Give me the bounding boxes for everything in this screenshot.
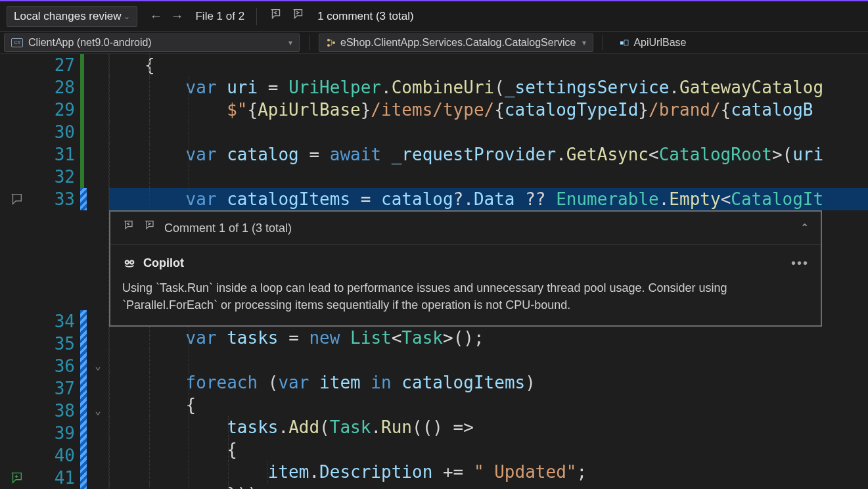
prev-comment-icon[interactable] [269,7,283,25]
separator [256,8,257,25]
prev-comment-icon[interactable] [122,217,135,239]
line-number: 35 [33,333,75,355]
svg-point-7 [126,262,128,264]
member-selector[interactable]: ApiUrlBase [612,34,693,52]
code-line[interactable] [109,349,868,371]
code-line[interactable] [109,166,868,188]
namespace-text: eShop.ClientApp.Services.Catalog.Catalog… [340,37,576,49]
separator [309,35,309,51]
line-number: 27 [33,54,75,76]
inline-comment-panel: Comment 1 of 1 (3 total) ⌃ Copilot ••• U… [109,210,822,327]
line-number: 30 [33,121,75,143]
add-comment-glyph-icon[interactable] [0,467,33,489]
code-line[interactable]: tasks.Add(Task.Run(() => [109,416,868,438]
comment-text: Using `Task.Run` inside a loop can lead … [122,279,809,314]
line-number: 38 [33,400,75,422]
nav-arrows: ← → [149,9,183,24]
namespace-selector[interactable]: eShop.ClientApp.Services.Catalog.Catalog… [319,34,593,52]
review-title[interactable]: Local changes review ⌄ [7,6,137,27]
code-editor[interactable]: 27 28 29 30 31 32 33 { var uri = UriHelp… [0,54,868,489]
code-line[interactable]: })); [109,483,868,489]
line-number: 36 [33,355,75,377]
svg-rect-3 [620,41,624,45]
csharp-project-icon: C# [11,38,23,47]
comment-glyph-icon[interactable] [0,188,33,210]
comment-panel-header: Comment 1 of 1 (3 total) ⌃ [110,212,821,245]
code-line[interactable]: foreach (var item in catalogItems) [109,371,868,394]
line-number: 40 [33,444,75,467]
field-icon [619,37,629,48]
collapse-comment-icon[interactable]: ⌃ [800,217,809,239]
code-line[interactable]: item.Description += " Updated"; [109,461,868,483]
project-selector[interactable]: C# ClientApp (net9.0-android) ▾ [4,34,300,52]
change-marker-selected [80,188,87,210]
line-number: 32 [33,166,75,188]
next-file-button[interactable]: → [170,9,183,24]
fold-chevron-icon[interactable]: ⌄ [91,400,105,422]
project-name: ClientApp (net9.0-android) [28,37,152,49]
line-number: 31 [33,143,75,166]
code-line[interactable]: var tasks = new List<Task>(); [109,327,868,349]
code-line[interactable]: var uri = UriHelper.CombineUri(_settings… [109,76,868,99]
dropdown-caret-icon: ▾ [288,38,292,47]
review-toolbar: Local changes review ⌄ ← → File 1 of 2 1… [0,1,868,32]
comment-body: Copilot ••• Using `Task.Run` inside a lo… [110,245,821,325]
prev-file-button[interactable]: ← [149,9,162,24]
dropdown-caret-icon: ▾ [582,38,586,47]
change-marker [80,54,84,188]
code-line[interactable]: { [109,438,868,461]
comment-actions-menu[interactable]: ••• [791,252,809,274]
code-line[interactable]: $"{ApiUrlBase}/items/type/{catalogTypeId… [109,99,868,121]
next-comment-icon[interactable] [291,7,306,25]
line-number: 34 [33,310,75,333]
line-number: 41 [33,467,75,489]
comment-author: Copilot [143,252,184,274]
change-marker-selected [80,310,87,489]
class-icon [326,37,336,48]
line-number: 39 [33,422,75,444]
review-title-text: Local changes review [14,10,121,23]
code-line[interactable]: { [109,54,868,76]
code-line-highlighted[interactable]: var catalogItems = catalog?.Data ?? Enum… [109,188,868,210]
code-line[interactable]: { [109,394,868,416]
member-text: ApiUrlBase [633,37,686,49]
breadcrumb: C# ClientApp (net9.0-android) ▾ eShop.Cl… [0,32,868,54]
line-number: 28 [33,76,75,99]
line-number: 29 [33,99,75,121]
copilot-icon [122,256,137,270]
code-line[interactable] [109,121,868,143]
code-content[interactable]: { var uri = UriHelper.CombineUri(_settin… [109,54,868,489]
comment-counter: Comment 1 of 1 (3 total) [164,217,292,239]
svg-point-1 [327,44,330,47]
file-counter: File 1 of 2 [195,10,244,23]
comment-count-label[interactable]: 1 comment (3 total) [317,10,413,23]
code-line[interactable]: var catalog = await _requestProvider.Get… [109,143,868,166]
line-number: 33 [33,188,75,210]
dropdown-caret-icon: ⌄ [124,12,130,21]
separator [603,35,603,51]
line-number: 37 [33,377,75,400]
next-comment-icon[interactable] [143,217,156,239]
svg-point-0 [327,39,330,41]
comment-nav-icons [269,7,306,25]
lower-gutters: 34 35 36 37 38 39 40 41 ⌄ ⌄ [0,310,109,489]
svg-point-8 [131,262,133,264]
svg-rect-4 [624,40,628,45]
fold-chevron-icon[interactable]: ⌄ [91,355,105,377]
